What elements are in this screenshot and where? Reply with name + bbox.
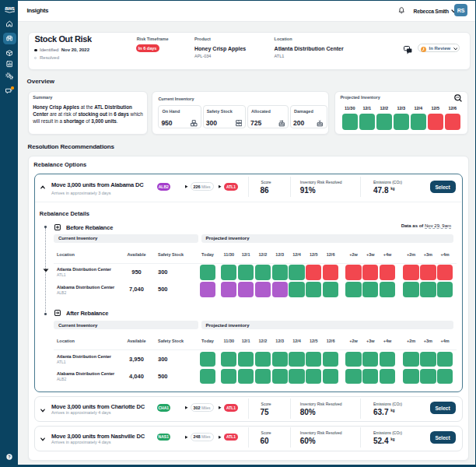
svg-text:aws: aws xyxy=(5,5,15,11)
